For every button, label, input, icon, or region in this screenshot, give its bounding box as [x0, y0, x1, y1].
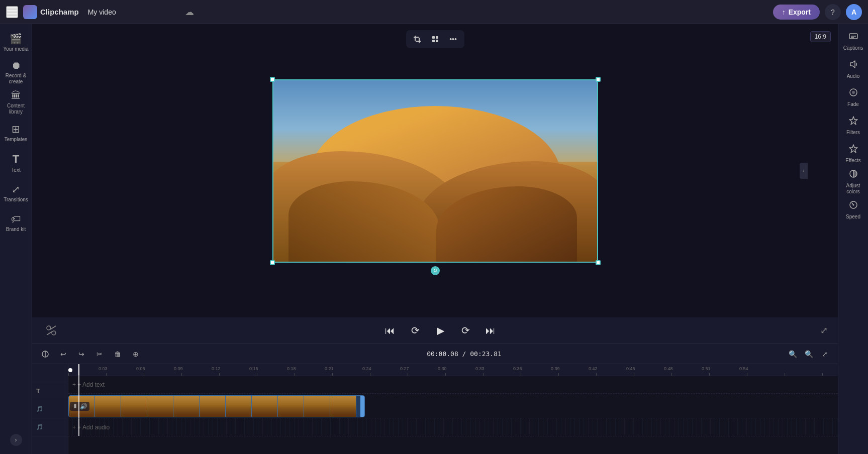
topbar-left: Clipchamp ☁ — [6, 5, 767, 19]
left-sidebar: 🎬 Your media ⏺ Record & create 🏛 Content… — [0, 24, 32, 454]
sidebar-item-brand-kit[interactable]: 🏷 Brand kit — [2, 209, 30, 237]
playback-left — [42, 321, 60, 339]
video-clip[interactable]: ⏸ 🔊 — [68, 395, 365, 417]
svg-point-21 — [852, 204, 854, 206]
play-pause-button[interactable]: ▶ — [431, 321, 449, 339]
sidebar-item-speed[interactable]: Speed — [840, 197, 866, 223]
redo-button[interactable]: ↪ — [74, 347, 88, 361]
main-area: 🎬 Your media ⏺ Record & create 🏛 Content… — [0, 24, 868, 454]
sidebar-item-content-library[interactable]: 🏛 Content library — [2, 88, 30, 117]
expand-timeline-button[interactable]: ⤢ — [818, 347, 832, 361]
fullscreen-button[interactable]: ⤢ — [820, 325, 828, 336]
video-track-label: 🎵 — [32, 400, 68, 418]
more-options-button[interactable]: ••• — [445, 32, 461, 46]
resize-handle-bl[interactable] — [270, 260, 275, 265]
filmstrip-frame — [304, 396, 330, 417]
zoom-out-button[interactable]: 🔍 — [786, 347, 800, 361]
video-canvas[interactable]: ↻ — [272, 79, 598, 263]
playback-right: ⤢ — [820, 325, 828, 336]
filters-label: Filters — [846, 130, 860, 136]
templates-icon: ⊞ — [12, 123, 20, 135]
timeline-left-panel: T 🎵 🎵 — [32, 364, 68, 454]
sidebar-item-record-create[interactable]: ⏺ Record & create — [2, 58, 30, 86]
add-text-button[interactable]: + + Add text — [68, 376, 838, 394]
text-track-row: + + Add text — [68, 376, 838, 394]
svg-rect-2 — [419, 38, 420, 43]
sidebar-item-fade[interactable]: Fade — [840, 84, 866, 110]
brand-kit-icon: 🏷 — [11, 213, 21, 225]
undo-button[interactable]: ↩ — [56, 347, 70, 361]
speed-label: Speed — [846, 214, 860, 220]
sidebar-item-label: Record & create — [2, 73, 30, 85]
sidebar-item-label: Brand kit — [6, 226, 26, 233]
fade-icon — [848, 87, 858, 100]
clip-pause-button[interactable]: ⏸ — [72, 403, 78, 410]
clip-trim-handle[interactable] — [360, 396, 364, 417]
clip-volume-button[interactable]: 🔊 — [80, 403, 87, 410]
crop-button[interactable] — [409, 32, 425, 46]
filmstrip-frame — [252, 396, 278, 417]
skip-to-end-button[interactable]: ⏭ — [481, 321, 500, 339]
text-icon: T — [13, 153, 19, 166]
sidebar-item-label: Text — [11, 167, 20, 173]
video-track-row: ⏸ 🔊 — [68, 394, 838, 418]
svg-rect-4 — [432, 36, 435, 39]
collapse-sidebar-button[interactable]: ‹ — [800, 163, 808, 179]
record-create-icon: ⏺ — [11, 60, 21, 71]
sidebar-item-transitions[interactable]: ⤢ Transitions — [2, 179, 30, 207]
ellipsis-icon: ••• — [449, 35, 457, 43]
topbar: Clipchamp ☁ ↑ Export ? A — [0, 0, 868, 24]
hamburger-menu-button[interactable] — [6, 6, 18, 18]
zoom-in-button[interactable]: 🔍 — [802, 347, 816, 361]
sidebar-item-label: Content library — [2, 103, 30, 115]
captions-icon — [848, 31, 858, 44]
resize-handle-tr[interactable] — [596, 77, 601, 82]
forward-button[interactable]: ⟳ — [456, 321, 474, 339]
resize-handle-br[interactable] — [596, 260, 601, 265]
sidebar-item-text[interactable]: T Text — [2, 149, 30, 177]
rewind-button[interactable]: ⟳ — [406, 321, 424, 339]
playback-center: ⏮ ⟳ ▶ ⟳ ⏭ — [381, 321, 500, 339]
svg-rect-7 — [436, 40, 438, 42]
effects-label: Effects — [845, 158, 860, 164]
sidebar-item-audio[interactable]: Audio — [840, 56, 866, 82]
sidebar-item-your-media[interactable]: 🎬 Your media — [2, 28, 30, 56]
filmstrip-frame — [278, 396, 304, 417]
sidebar-item-adjust-colors[interactable]: Adjust colors — [840, 169, 866, 195]
snap-button[interactable] — [38, 347, 52, 361]
sidebar-item-filters[interactable]: Filters — [840, 112, 866, 139]
trim-button[interactable] — [42, 321, 60, 339]
svg-rect-5 — [436, 36, 438, 39]
svg-rect-3 — [416, 41, 421, 42]
svg-point-9 — [52, 331, 56, 335]
timeline-ruler: 0:03 0:06 0:09 0:12 0:15 0:18 0:21 0:24 … — [68, 364, 838, 376]
layout-button[interactable] — [427, 32, 443, 46]
rotation-handle[interactable]: ↻ — [431, 266, 440, 275]
help-button[interactable]: ? — [825, 4, 841, 20]
resize-handle-tl[interactable] — [270, 77, 275, 82]
timeline-toolbar: ↩ ↪ ✂ 🗑 ⊕ 00:00.08 / 00:23.81 🔍 🔍 ⤢ — [32, 344, 838, 364]
cloud-sync-icon: ☁ — [185, 7, 194, 18]
sidebar-item-templates[interactable]: ⊞ Templates — [2, 119, 30, 147]
playback-controls: ⏮ ⟳ ▶ ⟳ ⏭ ⤢ — [32, 317, 838, 344]
delete-button[interactable]: 🗑 — [111, 347, 125, 361]
sidebar-item-effects[interactable]: Effects — [840, 141, 866, 167]
zoom-controls: 🔍 🔍 ⤢ — [786, 347, 832, 361]
video-title-input[interactable] — [84, 6, 180, 18]
skip-to-start-button[interactable]: ⏮ — [381, 321, 399, 339]
audio-label: Audio — [847, 73, 860, 79]
speed-icon — [848, 200, 858, 212]
adjust-colors-icon — [848, 169, 858, 181]
sidebar-item-label: Your media — [3, 46, 28, 52]
sidebar-expand-button[interactable]: › — [10, 434, 22, 446]
cut-button[interactable]: ✂ — [92, 347, 107, 361]
filmstrip-frame — [226, 396, 252, 417]
preview-toolbar: ••• — [406, 30, 464, 48]
audio-track-row: + + Add audio — [68, 418, 838, 436]
export-button[interactable]: ↑ Export — [773, 5, 820, 20]
filmstrip-frame — [121, 396, 147, 417]
sidebar-item-captions[interactable]: Captions — [840, 28, 866, 54]
avatar[interactable]: A — [846, 4, 862, 20]
add-to-timeline-button[interactable]: ⊕ — [129, 347, 143, 361]
right-sidebar: Captions Audio Fade Filters Effects — [838, 24, 868, 454]
